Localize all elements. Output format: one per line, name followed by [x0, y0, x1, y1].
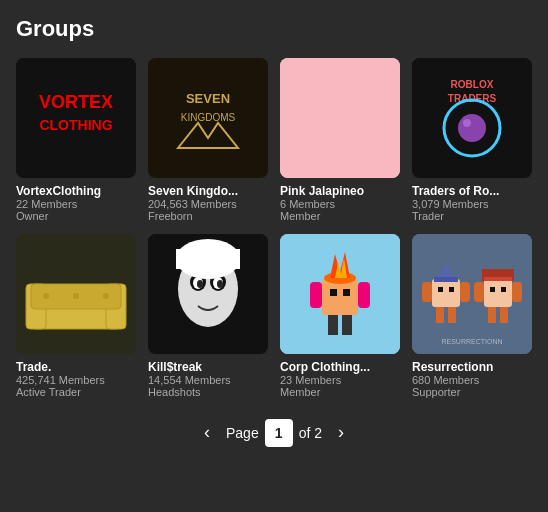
group-role: Owner [16, 210, 136, 222]
group-role: Member [280, 210, 400, 222]
group-thumb-trade [16, 234, 136, 354]
group-name: Pink Jalapineo [280, 184, 400, 198]
svg-rect-50 [434, 277, 458, 282]
svg-rect-61 [501, 287, 506, 292]
group-card-resurrection[interactable]: RESURRECTIONN Resurrectionn 680 Members … [412, 234, 532, 398]
group-members: 425,741 Members [16, 374, 136, 386]
svg-text:KINGDOMS: KINGDOMS [181, 112, 236, 123]
of-label: of 2 [299, 425, 322, 441]
group-role: Headshots [148, 386, 268, 398]
group-card-corp[interactable]: Corp Clothing... 23 Members Member [280, 234, 400, 398]
group-name: Kill$treak [148, 360, 268, 374]
svg-point-21 [103, 293, 109, 299]
svg-rect-34 [328, 315, 338, 335]
group-role: Freeborn [148, 210, 268, 222]
group-thumb-vortex: VORTEX CLOTHING [16, 58, 136, 178]
svg-point-20 [73, 293, 79, 299]
group-members: 6 Members [280, 198, 400, 210]
group-thumb-traders: ROBLOX TRADERS [412, 58, 532, 178]
svg-rect-56 [474, 282, 484, 302]
group-members: 14,554 Members [148, 374, 268, 386]
svg-rect-60 [490, 287, 495, 292]
group-thumb-pink [280, 58, 400, 178]
svg-rect-41 [330, 289, 337, 296]
svg-point-19 [43, 293, 49, 299]
svg-rect-54 [488, 307, 496, 323]
svg-rect-44 [432, 279, 460, 307]
group-role: Member [280, 386, 400, 398]
group-members: 204,563 Members [148, 198, 268, 210]
svg-rect-36 [310, 282, 322, 308]
group-thumb-kill [148, 234, 268, 354]
group-card-pink[interactable]: Pink Jalapineo 6 Members Member [280, 58, 400, 222]
svg-rect-48 [460, 282, 470, 302]
group-role: Active Trader [16, 386, 136, 398]
svg-text:CLOTHING: CLOTHING [39, 117, 112, 133]
svg-text:RESURRECTIONN: RESURRECTIONN [441, 338, 502, 345]
svg-rect-57 [512, 282, 522, 302]
group-name: VortexClothing [16, 184, 136, 198]
svg-rect-7 [280, 58, 400, 178]
svg-rect-51 [438, 287, 443, 292]
svg-rect-59 [484, 277, 512, 281]
svg-rect-45 [436, 307, 444, 323]
page-title: Groups [16, 16, 532, 42]
group-card-vortex[interactable]: VORTEX CLOTHING VortexClothing 22 Member… [16, 58, 136, 222]
group-name: Seven Kingdo... [148, 184, 268, 198]
svg-rect-53 [484, 279, 512, 307]
group-members: 680 Members [412, 374, 532, 386]
group-name: Traders of Ro... [412, 184, 532, 198]
group-name: Resurrectionn [412, 360, 532, 374]
pagination: ‹ Page 1 of 2 › [16, 418, 532, 447]
next-page-button[interactable]: › [330, 418, 352, 447]
svg-point-29 [217, 280, 223, 288]
group-card-kill[interactable]: Kill$treak 14,554 Members Headshots [148, 234, 268, 398]
group-card-seven[interactable]: SEVEN KINGDOMS Seven Kingdo... 204,563 M… [148, 58, 268, 222]
svg-point-28 [197, 280, 203, 288]
svg-rect-37 [358, 282, 370, 308]
svg-rect-55 [500, 307, 508, 323]
svg-point-13 [463, 119, 471, 127]
prev-page-button[interactable]: ‹ [196, 418, 218, 447]
svg-rect-52 [449, 287, 454, 292]
svg-rect-46 [448, 307, 456, 323]
svg-point-12 [458, 114, 486, 142]
group-members: 3,079 Members [412, 198, 532, 210]
current-page-box: 1 [265, 419, 293, 447]
svg-text:SEVEN: SEVEN [186, 91, 230, 106]
svg-rect-47 [422, 282, 432, 302]
groups-grid: VORTEX CLOTHING VortexClothing 22 Member… [16, 58, 532, 398]
group-members: 22 Members [16, 198, 136, 210]
svg-text:VORTEX: VORTEX [39, 92, 113, 112]
group-name: Corp Clothing... [280, 360, 400, 374]
group-role: Supporter [412, 386, 532, 398]
group-members: 23 Members [280, 374, 400, 386]
group-role: Trader [412, 210, 532, 222]
svg-rect-31 [176, 249, 240, 269]
page-indicator: Page 1 of 2 [226, 419, 322, 447]
group-card-trade[interactable]: Trade. 425,741 Members Active Trader [16, 234, 136, 398]
group-thumb-resurrection: RESURRECTIONN [412, 234, 532, 354]
svg-text:ROBLOX: ROBLOX [451, 79, 494, 90]
svg-rect-33 [322, 279, 358, 315]
group-thumb-corp [280, 234, 400, 354]
page-label: Page [226, 425, 259, 441]
group-card-traders[interactable]: ROBLOX TRADERS Traders of Ro... 3,079 Me… [412, 58, 532, 222]
group-thumb-seven: SEVEN KINGDOMS [148, 58, 268, 178]
group-name: Trade. [16, 360, 136, 374]
svg-text:TRADERS: TRADERS [448, 93, 497, 104]
svg-rect-42 [343, 289, 350, 296]
svg-rect-35 [342, 315, 352, 335]
